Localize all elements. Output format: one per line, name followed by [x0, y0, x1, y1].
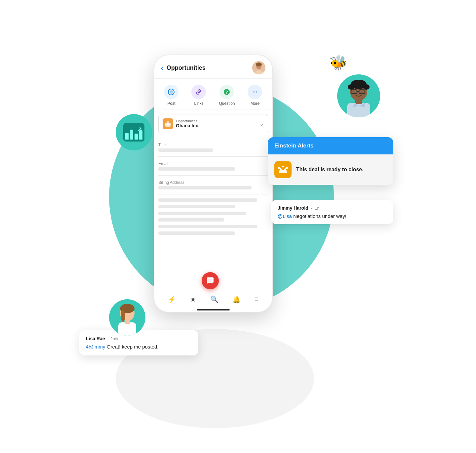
- field-title-label: Title: [158, 143, 268, 147]
- svg-point-21: [170, 90, 173, 94]
- action-post[interactable]: Post: [164, 85, 178, 106]
- svg-point-2: [121, 310, 125, 322]
- question-label: Question: [219, 101, 235, 106]
- einstein-card-title: Einstein Alerts: [274, 143, 313, 149]
- einstein-card-body: This deal is ready to close.: [268, 154, 393, 185]
- einstein-alerts-card: Einstein Alerts This deal is ready to cl…: [268, 137, 393, 185]
- svg-point-33: [278, 167, 280, 169]
- svg-point-35: [286, 167, 288, 169]
- svg-point-30: [167, 123, 169, 125]
- content-line-6: [158, 231, 235, 235]
- nav-favorites-icon[interactable]: ★: [190, 295, 196, 303]
- field-title: Title: [158, 138, 268, 157]
- comment-lisa-body: Great! keep me posted.: [105, 344, 159, 350]
- svg-text:?: ?: [225, 90, 228, 95]
- comment-jimmy-author-row: Jimmy Harold · 1h: [278, 205, 387, 211]
- comment-card-lisa: Lisa Rae 2min @Jimmy Great! keep me post…: [79, 330, 198, 355]
- content-line-5: [158, 225, 257, 228]
- comment-jimmy-time: 1h: [315, 206, 319, 211]
- more-icon: [248, 85, 262, 99]
- content-line-4: [158, 218, 224, 222]
- nav-notifications-icon[interactable]: 🔔: [232, 295, 241, 303]
- field-email-label: Email: [158, 161, 268, 166]
- content-line-2: [158, 205, 235, 208]
- svg-point-27: [256, 92, 257, 93]
- svg-rect-32: [279, 172, 287, 173]
- svg-point-25: [253, 92, 254, 93]
- chart-bar-3: [135, 134, 138, 140]
- nav-activity-icon[interactable]: ⚡: [168, 295, 176, 303]
- post-label: Post: [167, 101, 175, 106]
- svg-point-34: [282, 166, 284, 168]
- top-avatar: [252, 61, 265, 74]
- action-question[interactable]: ? Question: [219, 85, 235, 106]
- chart-box: ↗: [123, 123, 144, 142]
- comment-lisa-time: 2min: [110, 336, 120, 341]
- links-icon: [191, 85, 206, 99]
- action-buttons-row: Post Links ?: [154, 79, 272, 109]
- comment-jimmy-dot: ·: [311, 206, 312, 211]
- home-indicator: [197, 309, 230, 310]
- comment-lisa-author-row: Lisa Rae 2min: [86, 336, 192, 341]
- field-billing: Billing Address: [158, 176, 268, 194]
- comment-card-jimmy: Jimmy Harold · 1h @Lisa Negotiations und…: [271, 200, 393, 224]
- field-title-value: [158, 148, 213, 152]
- avatar-woman: [109, 299, 145, 336]
- field-email: Email: [158, 157, 268, 176]
- form-fields: Title Email Billing Address: [154, 138, 272, 194]
- comment-jimmy-mention: @Lisa: [278, 213, 292, 219]
- svg-rect-4: [125, 320, 130, 324]
- chart-bar-2: [130, 130, 133, 140]
- einstein-card-header: Einstein Alerts: [268, 137, 393, 154]
- question-icon: ?: [219, 85, 234, 99]
- comment-jimmy-body: Negotiations under way!: [292, 213, 346, 219]
- chart-bar-1: [125, 133, 129, 140]
- svg-point-26: [255, 92, 256, 93]
- field-email-value: [158, 167, 235, 171]
- chat-fab-button[interactable]: [202, 272, 219, 289]
- svg-point-10: [348, 84, 354, 90]
- opportunities-card: Opportunities Ohana Inc. ⌄: [158, 114, 268, 133]
- main-scene: 🐝 ↗: [89, 45, 387, 408]
- action-more[interactable]: More: [248, 85, 262, 106]
- content-line-3: [158, 212, 246, 215]
- opp-card-name: Ohana Inc.: [176, 123, 200, 128]
- comment-lisa-mention: @Jimmy: [86, 344, 105, 350]
- links-label: Links: [194, 101, 203, 106]
- comment-lisa-text: @Jimmy Great! keep me posted.: [86, 344, 192, 350]
- nav-menu-icon[interactable]: ≡: [255, 295, 258, 303]
- content-line-1: [158, 198, 257, 202]
- chart-arrow-icon: ↗: [137, 126, 142, 133]
- phone-topbar: ‹ Opportunities: [154, 55, 272, 79]
- back-button[interactable]: ‹: [161, 64, 163, 72]
- avatar-man: [337, 74, 380, 117]
- field-billing-label: Billing Address: [158, 180, 268, 185]
- crown-icon: [274, 161, 292, 178]
- bottom-nav: ⚡ ★ 🔍 🔔 ≡: [154, 290, 272, 307]
- nav-search-icon[interactable]: 🔍: [210, 295, 218, 303]
- bee-emoji: 🐝: [328, 53, 349, 73]
- svg-marker-31: [279, 168, 287, 172]
- svg-rect-13: [355, 100, 362, 104]
- comment-jimmy-author: Jimmy Harold: [278, 205, 308, 211]
- action-links[interactable]: Links: [191, 85, 206, 106]
- svg-point-19: [256, 62, 262, 66]
- einstein-card-message: This deal is ready to close.: [296, 167, 364, 173]
- comment-jimmy-text: @Lisa Negotiations under way!: [278, 213, 387, 219]
- post-icon: [164, 85, 178, 99]
- svg-point-11: [363, 84, 370, 90]
- svg-rect-12: [347, 103, 370, 117]
- phone-title: Opportunities: [167, 64, 249, 71]
- field-billing-value: [158, 186, 252, 189]
- chart-circle-icon: ↗: [116, 114, 152, 150]
- comment-lisa-author: Lisa Rae: [86, 336, 105, 341]
- opp-dropdown-arrow[interactable]: ⌄: [259, 121, 264, 127]
- more-label: More: [251, 101, 259, 106]
- opp-card-label: Opportunities: [176, 119, 200, 123]
- opp-icon: [163, 118, 173, 129]
